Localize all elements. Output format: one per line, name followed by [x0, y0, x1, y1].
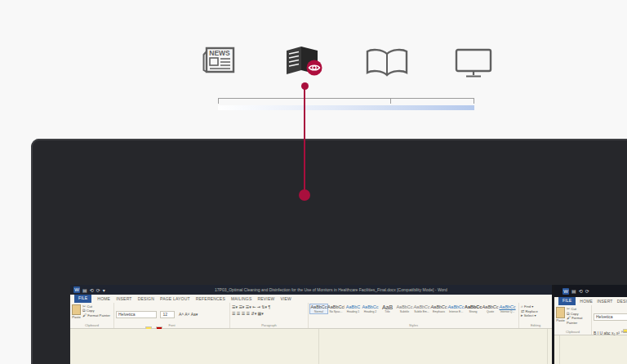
page-divider	[318, 329, 319, 364]
monitor-bezel: W ▤ ⟲ ⟳ ▾ 17P03_Optimal Cleaning and Dis…	[31, 139, 627, 364]
news-label: NEWS	[209, 49, 230, 57]
document-canvas-right[interactable]: Optimal Cleaning and Disinfe 1. Abstract…	[554, 335, 627, 364]
paste-icon[interactable]	[556, 307, 565, 318]
connector-line	[304, 86, 305, 195]
connector-dot-top	[301, 82, 309, 90]
paragraph-row1-buttons[interactable]: ☰▾ ☰▾ ☰▾ ⇤ ⇥ ⇅▾ ¶	[232, 304, 306, 309]
mode-slider-track[interactable]	[218, 98, 474, 99]
style-strong[interactable]: AaBbCcStrong	[465, 304, 482, 313]
style-title[interactable]: AaBTitle	[379, 304, 396, 313]
styles-group: AaBbCcNormal AaBbCcINo Spac... AaBbCHead…	[309, 303, 519, 328]
style-heading1[interactable]: AaBbCHeading 1	[345, 304, 362, 313]
save-icon[interactable]: ▤	[82, 287, 87, 293]
format-painter-button[interactable]: 🖌 Format Painter	[567, 316, 589, 325]
qat-more-icon[interactable]: ▾	[103, 287, 105, 293]
tab-insert[interactable]: INSERT	[116, 296, 131, 301]
mode-slider-fill	[218, 105, 474, 110]
word-app-icon: W	[563, 288, 569, 295]
connector-dot-bottom	[299, 189, 310, 201]
ribbon: Paste ✂ Cut ⧉ Copy 🖌 Format Painter Clip…	[70, 303, 554, 329]
tab-view[interactable]: VIEW	[280, 296, 291, 301]
word-app-icon: W	[73, 286, 80, 293]
paste-icon[interactable]	[72, 304, 81, 315]
style-intense-quote[interactable]: AaBbCcIntense Q...	[499, 304, 516, 313]
font-group-right: Helvetica 12 B I U ab̶c x₂ x² Font	[592, 305, 627, 335]
clipboard-group: Paste ✂ Cut ⧉ Copy 🖌 Format Painter Clip…	[70, 303, 114, 328]
editing-group: ⌕ Find ▾ ⇄ Replace ▸ Select ▾ Editing	[519, 303, 552, 328]
font-size-combo[interactable]: 12	[160, 311, 175, 318]
tab-design[interactable]: DESIGN	[617, 299, 627, 304]
monitor-icon	[454, 47, 493, 78]
page-edge	[559, 335, 560, 364]
style-quote[interactable]: AaBbCcQuote	[482, 304, 499, 313]
page-edge	[547, 329, 548, 364]
style-no-spacing[interactable]: AaBbCcINo Spac...	[327, 304, 345, 313]
ribbon-tabs-right: FILE HOME INSERT DESIGN PAGE LAYOUT	[554, 297, 627, 305]
tab-home[interactable]: HOME	[580, 299, 593, 304]
document-canvas[interactable]: ANALYSIS TARGET MARKET LOREM IPSUM DOLOR…	[70, 329, 552, 364]
ribbon-right: Paste ✂ Cut ⧉ Copy 🖌 Format Painter Clip…	[554, 305, 627, 335]
paragraph-group-label: Paragraph	[230, 323, 308, 327]
editing-group-label: Editing	[519, 323, 552, 327]
font-name-combo[interactable]: Helvetica	[594, 313, 627, 321]
tab-file[interactable]: FILE	[74, 295, 91, 303]
slider-tick	[218, 98, 219, 104]
font-group: Helvetica 12 A˄ A˅ Aa▾ B I U ab̶c x₂ x² …	[114, 303, 230, 328]
style-subtitle[interactable]: AaBbCcSubtitle	[396, 304, 413, 313]
slider-tick	[474, 98, 474, 104]
style-heading2[interactable]: AaBbCcHeading 2	[362, 304, 379, 313]
tab-review[interactable]: REVIEW	[257, 296, 274, 301]
paste-button[interactable]: Paste	[72, 315, 81, 320]
document-title: 17P03_Optimal Cleaning and Disinfection …	[109, 287, 554, 292]
style-emphasis[interactable]: AaBbCcEmphasis	[430, 304, 447, 313]
font-grow-shrink-buttons[interactable]: A˄ A˅ Aa▾	[179, 312, 198, 317]
clipboard-group-right: Paste ✂ Cut ⧉ Copy 🖌 Format Painter Clip…	[554, 305, 592, 335]
select-button[interactable]: ▸ Select ▾	[521, 313, 550, 318]
style-subtle-emphasis[interactable]: AaBbCcSubtle Em...	[413, 304, 430, 313]
newspaper-icon: NEWS	[201, 43, 238, 76]
font-name-combo[interactable]: Helvetica	[116, 311, 157, 318]
font-group-label: Font	[114, 323, 229, 327]
tab-design[interactable]: DESIGN	[138, 296, 154, 301]
tab-page-layout[interactable]: PAGE LAYOUT	[160, 296, 190, 301]
monitor-screen: W ▤ ⟲ ⟳ ▾ 17P03_Optimal Cleaning and Dis…	[70, 285, 627, 364]
tab-file[interactable]: FILE	[558, 297, 576, 305]
reading-eye-icon	[286, 45, 325, 78]
clipboard-group-label: Clipboard	[554, 330, 591, 334]
tab-home[interactable]: HOME	[97, 296, 110, 301]
undo-icon[interactable]: ⟲	[579, 288, 583, 294]
open-book-icon	[365, 47, 409, 78]
tab-insert[interactable]: INSERT	[597, 299, 612, 304]
format-painter-button[interactable]: 🖌 Format Painter	[82, 313, 110, 317]
paragraph-row2-buttons[interactable]: ☰ ☰ ☰ ☰ ⇵▾ ▦▾	[232, 311, 306, 316]
quick-access-toolbar[interactable]: W ▤ ⟲ ⟳ ▾	[70, 286, 109, 293]
tab-mailings[interactable]: MAILINGS	[231, 296, 252, 301]
title-bar-right[interactable]: W ▤ ⟲ ⟳	[554, 285, 627, 297]
tab-references[interactable]: REFERENCES	[196, 296, 225, 301]
paragraph-group: ☰▾ ☰▾ ☰▾ ⇤ ⇥ ⇅▾ ¶ ☰ ☰ ☰ ☰ ⇵▾ ▦▾ Paragrap…	[230, 303, 309, 328]
undo-icon[interactable]: ⟲	[90, 287, 94, 293]
redo-icon[interactable]: ⟳	[585, 288, 589, 294]
marketing-banner: NEWS	[0, 0, 627, 364]
slider-tick	[390, 98, 391, 104]
save-icon[interactable]: ▤	[571, 288, 576, 294]
redo-icon[interactable]: ⟳	[96, 287, 100, 293]
styles-group-label: Styles	[309, 323, 518, 327]
clipboard-group-label: Clipboard	[70, 323, 113, 327]
title-bar[interactable]: W ▤ ⟲ ⟳ ▾ 17P03_Optimal Cleaning and Dis…	[70, 285, 554, 295]
style-normal[interactable]: AaBbCcNormal	[310, 304, 327, 313]
style-intense-emphasis[interactable]: AaBbCcIntense E...	[447, 304, 465, 313]
ribbon-tabs: FILE HOME INSERT DESIGN PAGE LAYOUT REFE…	[70, 295, 558, 303]
font-group-label: Font	[592, 330, 627, 334]
paste-button[interactable]: Paste	[556, 318, 565, 323]
